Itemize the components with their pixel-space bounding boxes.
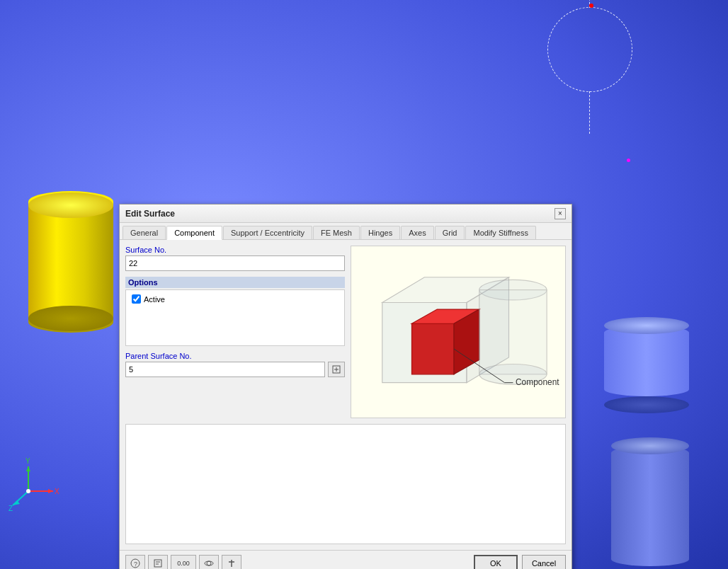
tabs-bar: General Component Support / Eccentricity…	[120, 223, 571, 240]
parent-surface-input[interactable]	[125, 362, 325, 377]
dot-top	[589, 4, 593, 8]
tab-grid[interactable]: Grid	[435, 226, 465, 239]
dialog-body: Surface No. Options Active Parent Su	[120, 240, 571, 424]
svg-rect-27	[154, 560, 161, 567]
footer-right-buttons: OK Cancel	[474, 555, 566, 569]
viewport: X Y Z Edit Surface × General Component S…	[0, 0, 728, 569]
coordinate-axes: X Y Z	[7, 456, 64, 512]
tab-axes[interactable]: Axes	[401, 226, 433, 239]
parent-row	[125, 362, 345, 377]
surface-no-group: Surface No.	[125, 246, 345, 271]
blue-cylinder-tr-bottom	[604, 396, 689, 413]
view-button[interactable]	[199, 555, 219, 569]
tab-modify-stiffness[interactable]: Modify Stiffness	[465, 226, 535, 239]
svg-marker-1	[48, 489, 53, 493]
tab-fe-mesh[interactable]: FE Mesh	[313, 226, 360, 239]
svg-marker-4	[26, 466, 30, 471]
bottom-area	[125, 424, 566, 544]
tab-support[interactable]: Support / Eccentricity	[223, 226, 312, 239]
surface-no-input[interactable]	[125, 255, 345, 271]
value-button[interactable]: 0.00	[171, 555, 196, 569]
ok-button[interactable]: OK	[474, 555, 518, 569]
svg-text:Y: Y	[25, 457, 30, 465]
active-label: Active	[144, 295, 165, 304]
svg-marker-16	[411, 323, 454, 374]
svg-text:Components: Components	[516, 377, 559, 387]
blue-cylinder-br	[611, 446, 689, 566]
browse-button[interactable]	[328, 362, 345, 377]
tab-general[interactable]: General	[123, 226, 166, 239]
svg-point-31	[205, 561, 213, 565]
cancel-button[interactable]: Cancel	[522, 555, 566, 569]
edit-button[interactable]	[148, 555, 168, 569]
svg-point-30	[207, 561, 211, 565]
svg-text:?: ?	[134, 561, 137, 568]
dialog-titlebar: Edit Surface ×	[120, 205, 571, 223]
parent-surface-group: Parent Surface No.	[125, 352, 345, 377]
component-image-panel: Components	[351, 246, 566, 418]
edit-surface-dialog: Edit Surface × General Component Support…	[119, 204, 572, 569]
close-button[interactable]: ×	[554, 208, 566, 219]
svg-point-9	[26, 489, 30, 493]
dot-bottom-circle	[627, 159, 630, 162]
svg-text:Z: Z	[8, 505, 13, 512]
active-checkbox[interactable]	[132, 294, 141, 304]
svg-rect-20	[479, 290, 547, 374]
help-button[interactable]: ?	[125, 555, 145, 569]
footer-left-buttons: ? 0.00	[125, 555, 241, 569]
blue-cylinder-tr	[604, 326, 689, 396]
options-content: Active	[125, 289, 345, 346]
options-header: Options	[125, 277, 345, 288]
left-panel: Surface No. Options Active Parent Su	[125, 246, 345, 418]
pin-button[interactable]	[222, 555, 241, 569]
tab-component[interactable]: Component	[166, 226, 222, 240]
tab-hinges[interactable]: Hinges	[360, 226, 400, 239]
value-label: 0.00	[177, 560, 190, 567]
active-checkbox-row[interactable]: Active	[132, 294, 339, 304]
component-illustration: Components	[357, 252, 559, 412]
surface-no-label: Surface No.	[125, 246, 345, 254]
dashed-circle-top	[547, 7, 632, 92]
dialog-footer: ? 0.00	[120, 550, 571, 569]
yellow-cylinder	[28, 191, 113, 333]
options-section: Options Active	[125, 277, 345, 346]
svg-text:X: X	[55, 488, 59, 495]
svg-marker-7	[13, 500, 20, 505]
parent-surface-label: Parent Surface No.	[125, 352, 345, 360]
dialog-title: Edit Surface	[125, 209, 175, 219]
